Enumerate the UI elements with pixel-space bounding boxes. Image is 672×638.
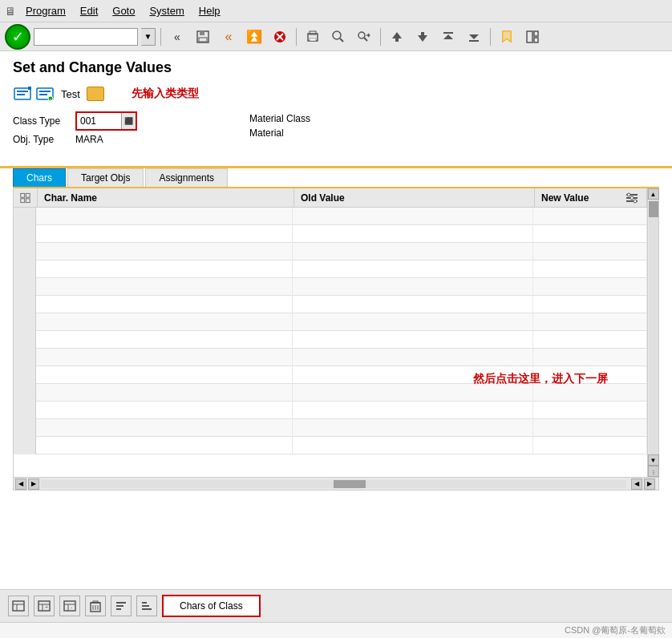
- stop-btn[interactable]: [269, 26, 291, 48]
- toolbar: ✓ ▼ « « ⏫: [0, 22, 672, 51]
- row-num-12: [14, 402, 36, 419]
- cell-old-value-1: [293, 208, 533, 225]
- svg-point-47: [634, 200, 637, 203]
- icon-btn-1[interactable]: [13, 84, 32, 103]
- svg-rect-1: [200, 31, 204, 35]
- table-row[interactable]: [14, 313, 647, 331]
- bottom-icon-1[interactable]: [8, 596, 29, 616]
- command-dropdown[interactable]: ▼: [141, 28, 156, 46]
- hscroll-area: ◀ ▶ ◀ ▶: [14, 477, 658, 490]
- up-btn[interactable]: [386, 26, 408, 48]
- svg-rect-34: [39, 91, 51, 92]
- table-row[interactable]: [14, 208, 647, 225]
- row-num-1: [14, 208, 36, 225]
- tab-assignments[interactable]: Assignments: [145, 168, 228, 187]
- svg-text:-: -: [71, 604, 73, 610]
- menu-edit[interactable]: Edit: [74, 3, 104, 18]
- bottom-icon-3[interactable]: -: [59, 596, 80, 616]
- svg-rect-40: [21, 198, 25, 202]
- material-class-label: Material Class: [249, 113, 310, 124]
- rewind-btn[interactable]: «: [217, 26, 240, 48]
- table-row[interactable]: [14, 384, 647, 402]
- scroll-up-btn[interactable]: ▲: [648, 188, 659, 200]
- table-row[interactable]: [14, 243, 647, 260]
- table-row[interactable]: [14, 260, 647, 278]
- layout-btn[interactable]: [521, 26, 544, 48]
- bookmark-btn[interactable]: [496, 26, 518, 48]
- cell-old-value-8: [293, 331, 533, 349]
- cell-char-name-4: [36, 260, 293, 278]
- cell-char-name-12: [36, 402, 293, 419]
- scroll-down-btn[interactable]: ▼: [648, 454, 659, 466]
- separator-4: [490, 28, 491, 46]
- bottom-icon-sort-desc[interactable]: [136, 596, 157, 616]
- svg-line-12: [364, 38, 367, 41]
- class-type-search-btn[interactable]: ⬛: [121, 113, 136, 129]
- tabs-container: Chars Target Objs Assignments: [0, 168, 672, 187]
- vertical-scrollbar[interactable]: ▲ ▼ ⋮: [647, 188, 658, 477]
- scroll-dots-btn[interactable]: ⋮: [648, 466, 659, 477]
- icon-toolbar-row: + Test 先输入类类型: [13, 84, 659, 103]
- table-row[interactable]: [14, 349, 647, 366]
- header-old-value: Old Value: [294, 188, 535, 208]
- cell-new-value-13: [533, 419, 647, 437]
- folder-icon[interactable]: [87, 87, 104, 101]
- svg-rect-20: [443, 32, 453, 34]
- svg-rect-30: [17, 91, 28, 92]
- save-btn[interactable]: [192, 26, 214, 48]
- material-label: Material: [249, 127, 284, 139]
- execute-button[interactable]: ✓: [5, 24, 30, 50]
- cell-old-value-12: [293, 402, 533, 419]
- svg-rect-61: [93, 601, 98, 603]
- chars-of-class-button[interactable]: Chars of Class: [162, 595, 261, 617]
- svg-rect-41: [26, 198, 30, 202]
- material-row: Material: [249, 127, 310, 139]
- table-header: Char. Name Old Value New Value: [14, 188, 647, 208]
- find-btn[interactable]: [327, 26, 350, 48]
- cell-new-value-14: [533, 437, 647, 454]
- svg-point-9: [333, 31, 341, 39]
- svg-rect-2: [199, 38, 207, 42]
- column-settings-icon[interactable]: [625, 192, 638, 204]
- hscroll-left-btn[interactable]: ◀: [15, 478, 26, 490]
- tab-chars[interactable]: Chars: [13, 168, 66, 187]
- row-num-9: [14, 349, 36, 366]
- bottom-icon-sort-asc[interactable]: [111, 596, 132, 616]
- table-row[interactable]: [14, 225, 647, 243]
- menu-system[interactable]: System: [143, 3, 190, 18]
- svg-rect-48: [13, 601, 24, 611]
- form-right: Material Class Material: [249, 113, 310, 142]
- table-row[interactable]: [14, 296, 647, 313]
- menu-help[interactable]: Help: [192, 3, 227, 18]
- hscroll-right-arrows: ◀ ▶: [628, 478, 658, 490]
- command-input[interactable]: [34, 28, 138, 46]
- bottom-toolbar: + - Chars of Class: [0, 589, 672, 622]
- menu-goto[interactable]: Goto: [106, 3, 141, 18]
- table-row[interactable]: [14, 331, 647, 349]
- down-btn[interactable]: [411, 26, 434, 48]
- find-next-btn[interactable]: [353, 26, 375, 48]
- svg-line-10: [340, 38, 343, 42]
- row-num-7: [14, 313, 36, 331]
- hscroll-right-btn[interactable]: ▶: [28, 478, 39, 490]
- icon-btn-2[interactable]: +: [35, 84, 55, 103]
- print-btn[interactable]: [302, 26, 324, 48]
- hscroll-far-right-btn[interactable]: ▶: [644, 478, 655, 490]
- svg-point-46: [630, 196, 634, 200]
- back-btn[interactable]: «: [166, 26, 188, 48]
- scroll-track: [649, 200, 658, 454]
- hscroll-far-left-btn[interactable]: ◀: [631, 478, 642, 490]
- bottom-btn[interactable]: [463, 26, 485, 48]
- class-type-input[interactable]: [77, 113, 121, 129]
- table-row[interactable]: [14, 278, 647, 296]
- menu-program[interactable]: Program: [19, 3, 72, 18]
- tab-target-objs[interactable]: Target Objs: [67, 168, 144, 187]
- bottom-icon-2[interactable]: +: [34, 596, 55, 616]
- table-row[interactable]: [14, 437, 647, 454]
- cell-char-name-3: [36, 243, 293, 260]
- bottom-icon-delete[interactable]: [85, 596, 106, 616]
- skip-btn[interactable]: ⏫: [243, 26, 265, 48]
- table-row[interactable]: [14, 419, 647, 437]
- top-btn[interactable]: [437, 26, 459, 48]
- table-row[interactable]: [14, 402, 647, 419]
